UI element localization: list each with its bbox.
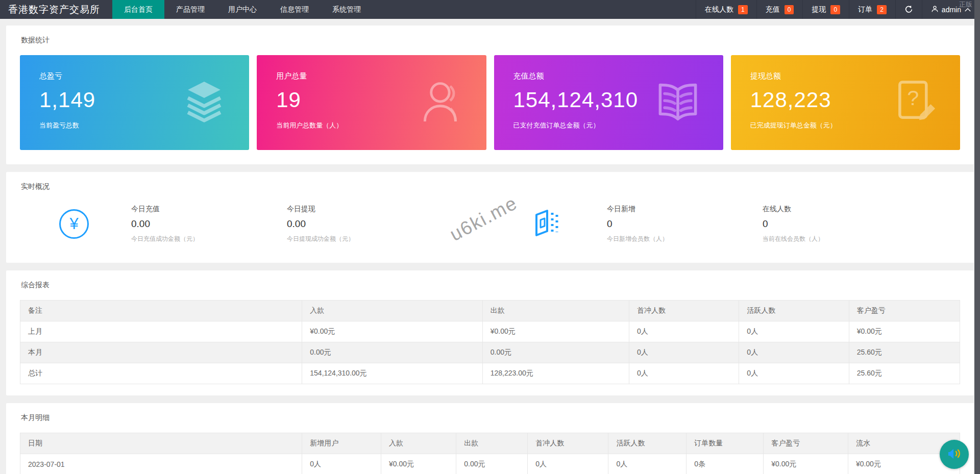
col-header: 日期 — [20, 433, 302, 454]
report-table: 备注 入款 出款 首冲人数 活跃人数 客户盈亏 上月 ¥0.00元 ¥0.00元… — [20, 300, 960, 384]
top-navbar: 香港数字资产交易所 后台首页 产品管理 用户中心 信息管理 系统管理 在线人数 … — [0, 0, 980, 19]
detail-panel-title: 本月明细 — [21, 413, 965, 422]
recharge-badge: 0 — [785, 5, 794, 14]
cell: 0人 — [302, 454, 381, 474]
stat-caption: 今日提现成功金额（元） — [287, 235, 443, 243]
cell: 0.00元 — [302, 342, 482, 363]
today-recharge-stat: 今日充值 0.00 今日充值成功金额（元） — [131, 205, 287, 243]
cell: ¥0.00元 — [381, 454, 456, 474]
detail-header-row: 日期 新增用户 入款 出款 首冲人数 活跃人数 订单数量 客户盈亏 流水 — [20, 433, 960, 454]
navbar-status-area: 在线人数 1 充值 0 提现 0 订单 2 — [696, 0, 980, 19]
detail-panel: 本月明细 日期 新增用户 入款 出款 首冲人数 活跃人数 订单数量 客户盈亏 流… — [6, 403, 974, 474]
layers-icon — [182, 78, 227, 127]
cell: 128,223.00元 — [482, 363, 629, 384]
withdraw-item[interactable]: 提现 0 — [802, 0, 849, 19]
audio-notification-button[interactable] — [940, 440, 969, 469]
stat-value: 0.00 — [131, 218, 287, 230]
tab-dashboard[interactable]: 后台首页 — [112, 0, 164, 19]
user-icon — [420, 78, 464, 127]
cell: 25.60元 — [849, 342, 960, 363]
corner-watermark: 正版 — [959, 0, 972, 9]
stat-value: 0.00 — [287, 218, 443, 230]
table-row: 上月 ¥0.00元 ¥0.00元 0人 0人 ¥0.00元 — [20, 321, 960, 342]
stat-label: 在线人数 — [763, 205, 918, 214]
stat-cards-row: 总盈亏 1,149 当前盈亏总数 用户总量 19 当前用户总数量（人） — [15, 55, 965, 156]
cell: 总计 — [20, 363, 302, 384]
online-count-label: 在线人数 — [705, 5, 733, 14]
stats-panel: 数据统计 总盈亏 1,149 当前盈亏总数 用户总量 19 当前 — [6, 26, 974, 164]
tab-system[interactable]: 系统管理 — [321, 0, 373, 19]
orders-item[interactable]: 订单 2 — [849, 0, 895, 19]
col-header: 首冲人数 — [528, 433, 608, 454]
tab-products[interactable]: 产品管理 — [164, 0, 216, 19]
realtime-panel: 实时概况 ¥ 今日充值 0.00 今日充值成功金额（元） 今日提现 0.00 今… — [6, 172, 974, 263]
cell: 0.00元 — [456, 454, 528, 474]
col-header: 订单数量 — [687, 433, 764, 454]
cell: 0.00元 — [482, 342, 629, 363]
tab-information[interactable]: 信息管理 — [268, 0, 321, 19]
refresh-icon — [904, 5, 913, 14]
stat-caption: 今日新增会员数（人） — [607, 235, 763, 243]
col-header: 入款 — [381, 433, 456, 454]
table-row: 总计 154,124,310.00元 128,223.00元 0人 0人 25.… — [20, 363, 960, 384]
stat-label: 今日充值 — [131, 205, 287, 214]
withdraw-label: 提现 — [812, 5, 826, 14]
orders-badge: 2 — [877, 5, 887, 14]
stat-caption: 今日充值成功金额（元） — [131, 235, 287, 243]
report-panel-title: 综合报表 — [21, 281, 965, 290]
cell: 本月 — [20, 342, 302, 363]
online-users-stat: 在线人数 0 当前在线会员数（人） — [763, 205, 918, 243]
total-users-card: 用户总量 19 当前用户总数量（人） — [257, 55, 486, 150]
col-header: 备注 — [20, 301, 302, 321]
stats-panel-title: 数据统计 — [21, 36, 965, 45]
online-count-badge: 1 — [738, 5, 748, 14]
building-icon — [533, 208, 559, 240]
cell: ¥0.00元 — [482, 321, 629, 342]
online-count-item[interactable]: 在线人数 1 — [696, 0, 756, 19]
cell: 0人 — [739, 342, 849, 363]
orders-label: 订单 — [858, 5, 872, 14]
table-row: 2023-07-01 0人 ¥0.00元 0.00元 0人 0人 0条 ¥0.0… — [20, 454, 960, 474]
user-icon — [931, 5, 939, 14]
tab-user-center[interactable]: 用户中心 — [216, 0, 268, 19]
recharge-item[interactable]: 充值 0 — [756, 0, 803, 19]
col-header: 出款 — [456, 433, 528, 454]
col-header: 出款 — [482, 301, 629, 321]
total-pl-card: 总盈亏 1,149 当前盈亏总数 — [20, 55, 249, 150]
detail-table: 日期 新增用户 入款 出款 首冲人数 活跃人数 订单数量 客户盈亏 流水 202… — [20, 433, 960, 474]
brand-title: 香港数字资产交易所 — [0, 0, 112, 19]
col-header: 入款 — [302, 301, 482, 321]
svg-text:?: ? — [907, 86, 919, 110]
report-panel: 综合报表 备注 入款 出款 首冲人数 活跃人数 客户盈亏 上月 ¥0. — [6, 270, 974, 395]
vertical-scrollbar[interactable] — [974, 0, 980, 474]
document-question-icon: ? — [894, 79, 938, 127]
cell: 2023-07-01 — [20, 454, 302, 474]
total-recharge-card: 充值总额 154,124,310 已支付充值订单总金额（元） — [494, 55, 723, 150]
refresh-button[interactable] — [895, 0, 922, 19]
stat-value: 0 — [607, 218, 763, 230]
cell: 25.60元 — [849, 363, 960, 384]
open-book-icon — [655, 80, 701, 125]
today-withdraw-stat: 今日提现 0.00 今日提现成功金额（元） — [287, 205, 443, 243]
cell: ¥0.00元 — [764, 454, 848, 474]
stat-label: 今日新增 — [607, 205, 763, 214]
username: admin — [942, 6, 961, 14]
realtime-panel-title: 实时概况 — [21, 182, 965, 191]
cell: 0人 — [528, 454, 608, 474]
col-header: 客户盈亏 — [764, 433, 848, 454]
main-nav-tabs: 后台首页 产品管理 用户中心 信息管理 系统管理 — [112, 0, 373, 19]
cell: 0人 — [629, 363, 739, 384]
cell: 0人 — [629, 321, 739, 342]
speaker-icon — [946, 445, 963, 464]
col-header: 活跃人数 — [739, 301, 849, 321]
cell: 0条 — [687, 454, 764, 474]
realtime-row: ¥ 今日充值 0.00 今日充值成功金额（元） 今日提现 0.00 今日提现成功… — [15, 202, 965, 255]
cell: 0人 — [629, 342, 739, 363]
stat-caption: 当前在线会员数（人） — [763, 235, 918, 243]
stat-value: 0 — [763, 218, 918, 230]
cell: ¥0.00元 — [849, 321, 960, 342]
col-header: 新增用户 — [302, 433, 381, 454]
cell: 0人 — [608, 454, 687, 474]
cell: 154,124,310.00元 — [302, 363, 482, 384]
cell: 上月 — [20, 321, 302, 342]
